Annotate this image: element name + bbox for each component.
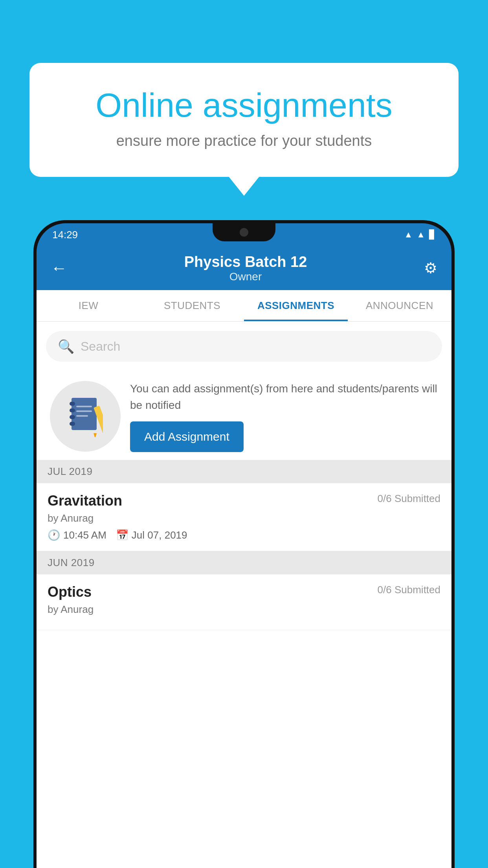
wifi-icon: ▲: [404, 230, 413, 240]
assignment-author-gravitation: by Anurag: [48, 512, 440, 524]
app-header: ← Physics Batch 12 Owner ⚙: [37, 246, 451, 290]
status-time: 14:29: [52, 229, 78, 241]
svg-rect-2: [70, 408, 75, 412]
assignment-meta-gravitation: 🕐 10:45 AM 📅 Jul 07, 2019: [48, 529, 440, 541]
status-icons: ▲ ▲ ▊: [404, 230, 436, 240]
battery-icon: ▊: [429, 230, 436, 240]
assignment-time: 🕐 10:45 AM: [48, 529, 106, 541]
assignment-name-gravitation: Gravitation: [48, 493, 122, 509]
search-icon: 🔍: [58, 338, 74, 354]
assignment-row1-optics: Optics 0/6 Submitted: [48, 584, 440, 600]
add-assignment-button[interactable]: Add Assignment: [130, 421, 244, 452]
promo-description: You can add assignment(s) from here and …: [130, 381, 438, 414]
svg-rect-3: [70, 415, 75, 419]
speech-bubble: Online assignments ensure more practice …: [29, 63, 459, 177]
speech-bubble-container: Online assignments ensure more practice …: [29, 63, 459, 177]
assignment-submitted-optics: 0/6 Submitted: [378, 584, 440, 596]
promo-icon-circle: [50, 381, 121, 452]
clock-icon: 🕐: [48, 529, 60, 541]
promo-text-area: You can add assignment(s) from here and …: [130, 381, 438, 452]
svg-rect-1: [70, 402, 75, 406]
phone-inner: 14:29 ▲ ▲ ▊ ← Physics Batch 12 Owner ⚙ I…: [37, 223, 451, 868]
promo-card: You can add assignment(s) from here and …: [46, 373, 442, 460]
search-bar[interactable]: 🔍 Search: [46, 331, 442, 362]
assignment-optics[interactable]: Optics 0/6 Submitted by Anurag: [37, 574, 451, 630]
header-center: Physics Batch 12 Owner: [184, 254, 307, 283]
assignment-gravitation[interactable]: Gravitation 0/6 Submitted by Anurag 🕐 10…: [37, 483, 451, 551]
svg-rect-0: [72, 398, 97, 430]
assignment-row1: Gravitation 0/6 Submitted: [48, 493, 440, 509]
section-header-jun: JUN 2019: [37, 551, 451, 574]
time-value: 10:45 AM: [63, 529, 106, 541]
signal-icon: ▲: [416, 230, 425, 240]
date-value: Jul 07, 2019: [132, 529, 187, 541]
tab-announcements[interactable]: ANNOUNCEN: [348, 290, 451, 321]
back-button[interactable]: ←: [51, 259, 67, 278]
svg-rect-6: [76, 410, 92, 412]
svg-rect-4: [70, 422, 75, 426]
svg-rect-7: [76, 415, 88, 417]
tab-assignments[interactable]: ASSIGNMENTS: [244, 290, 348, 321]
section-header-jul: JUL 2019: [37, 460, 451, 483]
tab-students[interactable]: STUDENTS: [140, 290, 244, 321]
assignment-date: 📅 Jul 07, 2019: [116, 529, 187, 541]
phone-frame: 14:29 ▲ ▲ ▊ ← Physics Batch 12 Owner ⚙ I…: [33, 220, 455, 868]
settings-button[interactable]: ⚙: [424, 259, 437, 277]
assignment-submitted-gravitation: 0/6 Submitted: [378, 493, 440, 505]
batch-role: Owner: [184, 270, 307, 283]
bubble-title: Online assignments: [57, 86, 431, 124]
svg-rect-5: [76, 406, 92, 407]
batch-title: Physics Batch 12: [184, 254, 307, 270]
search-placeholder: Search: [81, 339, 120, 354]
tab-iew[interactable]: IEW: [37, 290, 140, 321]
assignment-name-optics: Optics: [48, 584, 92, 600]
camera: [240, 228, 248, 237]
screen-content: 🔍 Search: [37, 322, 451, 868]
notebook-icon: [68, 396, 103, 437]
calendar-icon: 📅: [116, 529, 128, 541]
assignment-author-optics: by Anurag: [48, 603, 440, 616]
tabs-bar: IEW STUDENTS ASSIGNMENTS ANNOUNCEN: [37, 290, 451, 322]
svg-marker-9: [94, 433, 97, 437]
phone-notch: [213, 223, 275, 241]
bubble-subtitle: ensure more practice for your students: [57, 132, 431, 149]
